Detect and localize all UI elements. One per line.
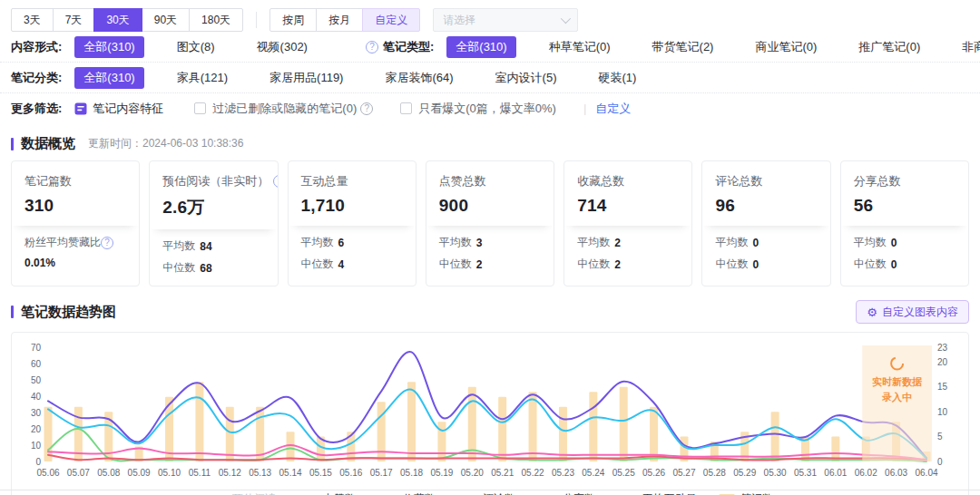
svg-text:20: 20 — [937, 357, 948, 367]
category-all[interactable]: 全部(310) — [74, 67, 143, 89]
category-decor[interactable]: 家居装饰(64) — [376, 67, 462, 89]
time-range-180d[interactable]: 180天 — [189, 8, 243, 32]
filter-deleted-text: 过滤已删除或隐藏的笔记(0) — [212, 101, 357, 117]
svg-text:05.24: 05.24 — [582, 468, 604, 478]
question-icon[interactable]: ? — [101, 237, 113, 249]
svg-text:05.20: 05.20 — [461, 468, 484, 478]
time-range-7d[interactable]: 7天 — [53, 8, 95, 32]
svg-text:05.26: 05.26 — [642, 468, 665, 478]
realtime-overlay: 实时新数据录入中 — [862, 345, 932, 461]
svg-text:30: 30 — [31, 408, 42, 418]
card-value: 56 — [854, 196, 956, 216]
svg-text:05.28: 05.28 — [703, 468, 726, 478]
time-range-3d[interactable]: 3天 — [11, 8, 54, 32]
chevron-down-icon — [561, 14, 571, 24]
question-icon[interactable]: ? — [366, 41, 378, 53]
date-range-select[interactable]: 请选择 — [433, 8, 578, 32]
toolbar: 3天 7天 30天 90天 180天 按周 按月 自定义 请选择 — [0, 0, 980, 32]
line-series-评论数 — [48, 429, 926, 461]
stat-cards: 笔记篇数 310 粉丝平均赞藏比 ? 0.01% 预估阅读（非实时）? 2.6万… — [0, 152, 980, 286]
note-type-business[interactable]: 商业笔记(0) — [746, 36, 826, 58]
only-viral-option[interactable]: 只看爆文(0篇，爆文率0%) — [400, 101, 556, 117]
card-value: 310 — [24, 196, 126, 216]
svg-text:05.07: 05.07 — [67, 468, 90, 478]
svg-text:实时新数据: 实时新数据 — [872, 376, 923, 387]
custom-filter-link[interactable]: 自定义 — [595, 101, 631, 117]
question-icon[interactable]: ? — [273, 175, 278, 188]
content-form-label: 内容形式: — [11, 39, 62, 55]
filter-deleted-option[interactable]: 过滤已删除或隐藏的笔记(0) ? — [194, 101, 373, 117]
note-type-promotion[interactable]: 推广笔记(0) — [849, 36, 929, 58]
time-range-90d[interactable]: 90天 — [142, 8, 190, 32]
trend-chart-panel: 010203040506070051015202305.0605.0705.08… — [11, 332, 969, 495]
filter-deleted-checkbox[interactable] — [194, 102, 206, 114]
left-axis-labels: 010203040506070 — [31, 343, 42, 467]
overview-title: 数据概览 — [21, 135, 75, 152]
svg-text:05.10: 05.10 — [158, 468, 181, 478]
x-axis-labels: 05.0605.0705.0805.0905.1005.1105.1205.13… — [36, 468, 937, 478]
svg-text:06.04: 06.04 — [915, 468, 937, 478]
card-title: 笔记篇数 — [24, 173, 126, 189]
legend-label: 点赞数 — [323, 491, 356, 495]
card-note-count: 笔记篇数 310 粉丝平均赞藏比 ? 0.01% — [11, 160, 140, 286]
gear-icon: ⚙ — [867, 306, 877, 318]
legend-item-预估阅读[interactable]: 预估阅读 — [207, 491, 276, 495]
time-range-30d[interactable]: 30天 — [93, 8, 142, 32]
category-household[interactable]: 家居用品(119) — [260, 67, 352, 89]
fan-like-ratio-value: 0.01% — [24, 257, 126, 269]
card-value: 1,710 — [301, 196, 403, 216]
card-total-shares: 分享总数 56 平均数0 中位数0 — [840, 160, 969, 286]
note-content-feature-button[interactable]: 笔记内容特征 — [74, 101, 163, 117]
svg-text:05.22: 05.22 — [522, 468, 544, 478]
period-monthly[interactable]: 按月 — [316, 8, 363, 32]
svg-text:06.02: 06.02 — [855, 468, 877, 478]
category-interior-design[interactable]: 室内设计(5) — [486, 67, 566, 89]
content-form-all[interactable]: 全部(310) — [74, 36, 143, 58]
legend-item-评论数[interactable]: 评论数 — [457, 491, 515, 495]
card-total-interactions: 互动总量 1,710 平均数6 中位数4 — [288, 160, 416, 286]
svg-text:05.23: 05.23 — [552, 468, 574, 478]
note-type-goods[interactable]: 带货笔记(2) — [643, 36, 723, 58]
note-category-label: 笔记分类: — [11, 70, 62, 86]
divider: | — [583, 102, 586, 115]
note-type-non-business[interactable]: 非商业笔记(310) — [953, 36, 980, 58]
category-hard-decor[interactable]: 硬装(1) — [589, 67, 645, 89]
filter-row-content: 内容形式: 全部(310) 图文(8) 视频(302) ? 笔记类型: 全部(3… — [0, 32, 980, 62]
note-type-all[interactable]: 全部(310) — [446, 36, 515, 58]
svg-text:05.14: 05.14 — [279, 468, 302, 478]
trend-header: 笔记数据趋势图 ⚙ 自定义图表内容 — [0, 300, 980, 324]
note-content-feature-text: 笔记内容特征 — [93, 101, 163, 117]
legend-item-分享数[interactable]: 分享数 — [537, 491, 595, 495]
question-icon[interactable]: ? — [360, 102, 373, 115]
period-custom[interactable]: 自定义 — [362, 8, 420, 32]
category-furniture[interactable]: 家具(121) — [168, 67, 237, 89]
trend-section: 笔记数据趋势图 ⚙ 自定义图表内容 0102030405060700510152… — [0, 286, 980, 495]
svg-text:05.17: 05.17 — [370, 468, 393, 478]
legend-label: 分享数 — [563, 491, 595, 495]
content-form-video[interactable]: 视频(302) — [248, 36, 317, 58]
legend-item-点赞数[interactable]: 点赞数 — [298, 491, 356, 495]
svg-text:05.27: 05.27 — [672, 468, 695, 478]
content-form-image-text[interactable]: 图文(8) — [168, 36, 224, 58]
legend-label: 评论数 — [483, 491, 515, 495]
legend-item-平均互动量[interactable]: 平均互动量 — [617, 491, 697, 495]
note-type-group: ? 笔记类型: 全部(310) 种草笔记(0) 带货笔记(2) 商业笔记(0) … — [366, 36, 980, 58]
period-weekly[interactable]: 按周 — [270, 8, 317, 32]
only-viral-checkbox[interactable] — [400, 102, 412, 114]
card-total-collects: 收藏总数 714 平均数2 中位数2 — [564, 160, 692, 286]
filter-row-more: 更多筛选: 笔记内容特征 过滤已删除或隐藏的笔记(0) ? 只看爆文(0篇，爆文… — [0, 93, 980, 123]
trend-chart: 010203040506070051015202305.0605.0705.08… — [12, 336, 968, 485]
legend-label: 平均互动量 — [642, 491, 697, 495]
only-viral-text: 只看爆文(0篇，爆文率0%) — [418, 101, 556, 117]
legend-item-收藏数[interactable]: 收藏数 — [377, 491, 436, 495]
customize-chart-button[interactable]: ⚙ 自定义图表内容 — [856, 300, 969, 324]
note-type-seeding[interactable]: 种草笔记(0) — [540, 36, 620, 58]
legend-item-笔记数[interactable]: 笔记数 — [719, 491, 773, 495]
overview-header: 数据概览 更新时间：2024-06-03 10:38:36 — [0, 135, 980, 152]
svg-text:60: 60 — [31, 359, 42, 369]
svg-text:05.31: 05.31 — [794, 468, 817, 478]
time-range-group: 3天 7天 30天 90天 180天 — [11, 8, 243, 32]
select-placeholder: 请选择 — [443, 13, 561, 28]
legend-label: 收藏数 — [403, 491, 436, 495]
card-value: 900 — [439, 196, 541, 216]
